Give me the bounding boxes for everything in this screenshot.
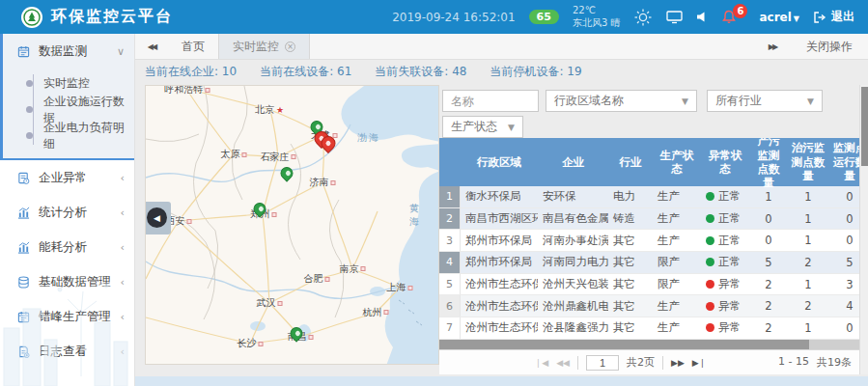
close-operations-menu[interactable]: 关闭操作	[806, 39, 853, 55]
column-header[interactable]: 行政区域	[461, 138, 538, 186]
map-panel-toggle[interactable]: ◀	[145, 202, 171, 234]
vscroll-thumb[interactable]	[861, 87, 868, 166]
sidebar-item[interactable]: 基础数据管理‹	[0, 264, 134, 299]
table-cell: 正常	[701, 186, 749, 207]
tabs-scroll-left-icon[interactable]: ◀◀	[135, 34, 168, 59]
table-cell: 2	[749, 274, 788, 295]
stat-label: 当前在线设备:	[260, 65, 337, 78]
column-header[interactable]: 生产状态	[653, 138, 701, 186]
table-cell: 正常	[701, 208, 749, 230]
production-status-select[interactable]: 生产状态▼	[442, 116, 523, 138]
table-cell: 郑州市环保局	[461, 252, 538, 273]
column-header[interactable]: 异常状态	[701, 138, 749, 186]
prev-page-icon[interactable]: ◀◀	[556, 358, 570, 368]
hscroll-thumb[interactable]	[439, 340, 809, 349]
stat-item: 当前停机设备: 19	[490, 64, 581, 80]
column-header[interactable]: 监测点运行数量	[828, 138, 859, 186]
china-map[interactable]: 渤海黄海呼和浩特北京★天津太原石家庄济南西安郑州南京合肥上海武汉杭州长沙南昌 ◀	[145, 85, 439, 365]
table-row[interactable]: 6沧州市生态环保局沧州鼎鑫机电设备其它生产异常224	[439, 295, 859, 317]
status-dot-icon	[706, 323, 714, 332]
table-cell: 生产	[653, 230, 701, 251]
column-header[interactable]: 产污监测点数量	[749, 138, 788, 186]
city-marker-icon	[361, 266, 366, 271]
next-page-icon[interactable]: ▶▶	[671, 358, 685, 368]
collapse-left-icon[interactable]: ◀	[147, 207, 167, 228]
city-label: 呼和浩特	[164, 85, 210, 96]
sidebar-item[interactable]: 错峰生产管理‹	[0, 299, 134, 334]
table-cell: 生产	[653, 317, 701, 339]
column-header[interactable]: 治污监测点数量	[788, 138, 828, 186]
first-page-icon[interactable]: ❘◀	[535, 358, 548, 368]
column-header[interactable]: 行业	[608, 138, 653, 186]
tab-实时监控[interactable]: 实时监控×	[218, 34, 310, 59]
chevron-left-icon: ‹	[121, 311, 125, 323]
table-cell: 其它	[608, 295, 653, 317]
sidebar-item[interactable]: 能耗分析‹	[0, 230, 134, 264]
table-cell: 铸造	[608, 208, 653, 230]
last-page-icon[interactable]: ▶❘	[692, 358, 706, 368]
enterprise-table: 行政区域企业行业生产状态异常状态产污监测点数量治污监测点数量监测点运行数量 1衡…	[439, 138, 859, 349]
close-icon[interactable]: ×	[285, 41, 295, 52]
sidebar-item[interactable]: 日志查看‹	[0, 334, 134, 369]
table-row[interactable]: 7沧州市生态环保局沧县隆鑫强力加气其它生产异常210	[439, 317, 859, 340]
table-cell: 2	[439, 208, 461, 230]
vertical-scrollbar[interactable]	[859, 85, 868, 374]
name-search-input[interactable]	[442, 90, 539, 112]
notification-badge[interactable]: 6	[733, 4, 747, 18]
speaker-icon[interactable]	[696, 11, 709, 23]
user-menu[interactable]: acrel▼	[759, 11, 799, 24]
sidebar-item[interactable]: 企业异常‹	[0, 160, 134, 195]
table-cell: 0	[749, 230, 788, 251]
city-marker-icon	[258, 342, 263, 346]
logout-button[interactable]: 退出	[813, 9, 854, 25]
table-row[interactable]: 2南昌市西湖区环保局南昌有色金属有限铸造生产正常010	[439, 208, 859, 231]
city-marker-icon	[407, 286, 412, 290]
table-cell: 5	[828, 252, 859, 273]
city-marker-icon	[291, 154, 295, 159]
datetime-label: 2019-09-24 16:52:01	[392, 11, 515, 24]
monitor-icon[interactable]	[666, 10, 683, 24]
green-map-pin[interactable]	[278, 164, 295, 181]
table-cell: 沧州天兴包装制品	[538, 274, 608, 295]
tab-首页[interactable]: 首页	[168, 34, 218, 59]
chevron-left-icon: ‹	[121, 207, 125, 219]
status-dot-icon	[706, 302, 714, 311]
table-row[interactable]: 4郑州市环保局河南同力电力设备其它限产正常525	[439, 252, 859, 274]
sidebar-item-label: 企业异常	[39, 170, 121, 186]
sidebar-subitem[interactable]: 企业电力负荷明细	[3, 123, 134, 149]
stat-label: 当前失联设备:	[375, 65, 452, 78]
city-marker-icon	[331, 180, 336, 185]
table-cell: 1	[788, 208, 828, 230]
industry-select[interactable]: 所有行业▼	[707, 90, 823, 112]
table-cell: 沧州市生态环保局	[461, 274, 538, 295]
sidebar-item[interactable]: 统计分析‹	[0, 195, 134, 230]
file-icon	[17, 345, 30, 358]
sidebar-item[interactable]: 数据监测∨	[3, 34, 134, 69]
city-marker-icon	[309, 335, 314, 340]
table-cell: 沧县隆鑫强力加气	[538, 317, 608, 339]
stat-value: 61	[337, 65, 351, 78]
table-row[interactable]: 3郑州市环保局河南办事处演示其它生产正常010	[439, 230, 859, 252]
table-row[interactable]: 1衡水环保局安环保电力生产正常110	[439, 186, 859, 208]
table-cell: 0	[828, 317, 859, 339]
table-cell: 其它	[608, 274, 653, 295]
table-row[interactable]: 5沧州市生态环保局沧州天兴包装制品其它限产异常213	[439, 274, 859, 296]
bar-chart-icon	[17, 241, 30, 254]
stat-label: 当前在线企业:	[145, 65, 222, 78]
table-cell: 生产	[653, 295, 701, 317]
page-number-input[interactable]	[586, 355, 619, 371]
horizontal-scrollbar[interactable]	[439, 340, 859, 349]
database-icon	[17, 276, 30, 289]
region-select[interactable]: 行政区域名称▼	[546, 90, 697, 112]
tabs-scroll-right-icon[interactable]: ▶▶	[756, 42, 789, 51]
table-cell: 其它	[608, 230, 653, 251]
sidebar-item-label: 基础数据管理	[39, 274, 121, 290]
table-cell: 正常	[701, 230, 749, 251]
column-header[interactable]	[439, 138, 461, 186]
column-header[interactable]: 企业	[538, 138, 608, 186]
table-cell: 4	[828, 295, 859, 317]
city-marker-icon	[324, 277, 329, 282]
bell-icon[interactable]: 6	[722, 10, 736, 24]
city-label: 北京★	[255, 103, 284, 117]
chevron-left-icon: ‹	[121, 345, 125, 358]
